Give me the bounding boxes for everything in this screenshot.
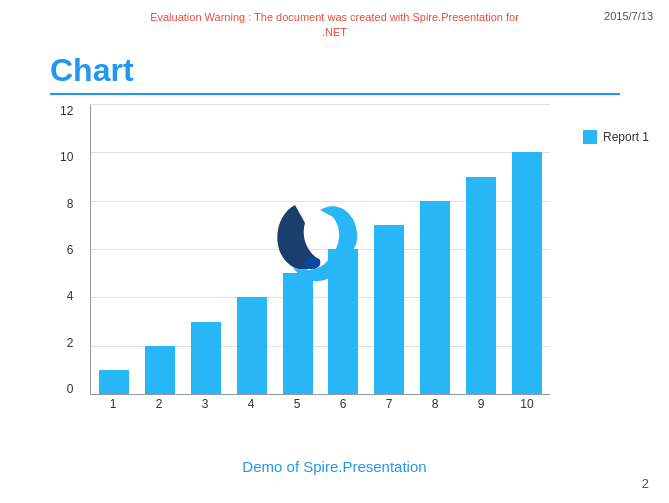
bar-3 bbox=[191, 322, 221, 395]
x-labels: 1 2 3 4 5 6 7 8 9 10 bbox=[90, 397, 550, 411]
x-label-7: 7 bbox=[371, 397, 407, 411]
legend-color-box bbox=[583, 130, 597, 144]
x-label-8: 8 bbox=[417, 397, 453, 411]
bar-group-10 bbox=[509, 152, 545, 394]
x-label-4: 4 bbox=[233, 397, 269, 411]
date-label: 2015/7/13 bbox=[604, 10, 653, 22]
x-label-3: 3 bbox=[187, 397, 223, 411]
bar-group-2 bbox=[142, 346, 178, 394]
bar-9 bbox=[466, 177, 496, 395]
bar-group-8 bbox=[417, 201, 453, 394]
y-label-10: 10 bbox=[60, 151, 73, 163]
chart-title: Chart bbox=[50, 52, 620, 95]
bar-5 bbox=[283, 273, 313, 394]
y-label-4: 4 bbox=[67, 290, 74, 302]
y-label-8: 8 bbox=[67, 198, 74, 210]
bar-group-5 bbox=[280, 273, 316, 394]
x-label-5: 5 bbox=[279, 397, 315, 411]
bar-2 bbox=[145, 346, 175, 394]
warning-line2: .NET bbox=[0, 25, 669, 40]
x-label-9: 9 bbox=[463, 397, 499, 411]
y-axis: 0 2 4 6 8 10 12 bbox=[60, 105, 73, 425]
bar-8 bbox=[420, 201, 450, 394]
bar-group-1 bbox=[96, 370, 132, 394]
evaluation-warning: Evaluation Warning : The document was cr… bbox=[0, 10, 669, 41]
y-label-12: 12 bbox=[60, 105, 73, 117]
bar-group-4 bbox=[234, 297, 270, 394]
page-number: 2 bbox=[642, 476, 649, 491]
warning-line1: Evaluation Warning : The document was cr… bbox=[0, 10, 669, 25]
bar-4 bbox=[237, 297, 267, 394]
legend: Report 1 bbox=[583, 130, 649, 144]
y-label-6: 6 bbox=[67, 244, 74, 256]
x-label-1: 1 bbox=[95, 397, 131, 411]
x-label-2: 2 bbox=[141, 397, 177, 411]
bar-group-9 bbox=[463, 177, 499, 395]
bar-7 bbox=[374, 225, 404, 394]
bar-10 bbox=[512, 152, 542, 394]
bar-group-3 bbox=[188, 322, 224, 395]
x-label-6: 6 bbox=[325, 397, 361, 411]
y-label-0: 0 bbox=[67, 383, 74, 395]
bar-group-7 bbox=[371, 225, 407, 394]
x-label-10: 10 bbox=[509, 397, 545, 411]
spire-logo bbox=[265, 195, 375, 290]
footer-text: Demo of Spire.Presentation bbox=[0, 458, 669, 475]
bar-1 bbox=[99, 370, 129, 394]
legend-label: Report 1 bbox=[603, 130, 649, 144]
y-label-2: 2 bbox=[67, 337, 74, 349]
